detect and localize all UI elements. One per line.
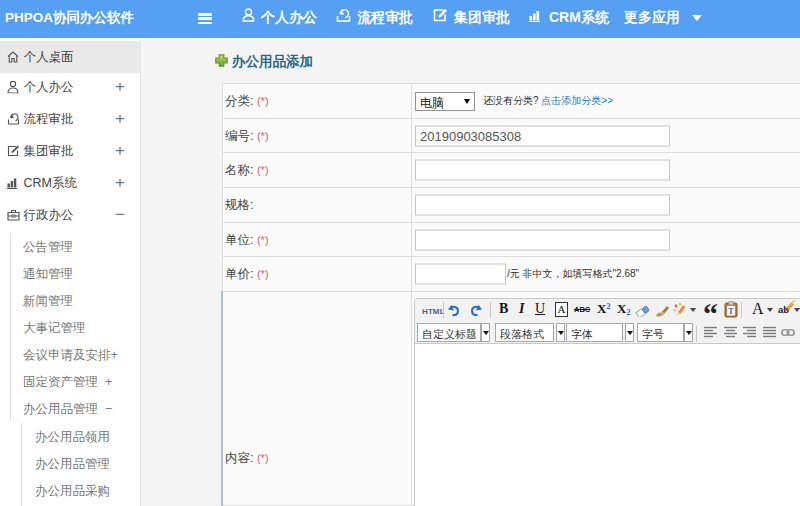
svg-text:T: T <box>728 307 734 316</box>
